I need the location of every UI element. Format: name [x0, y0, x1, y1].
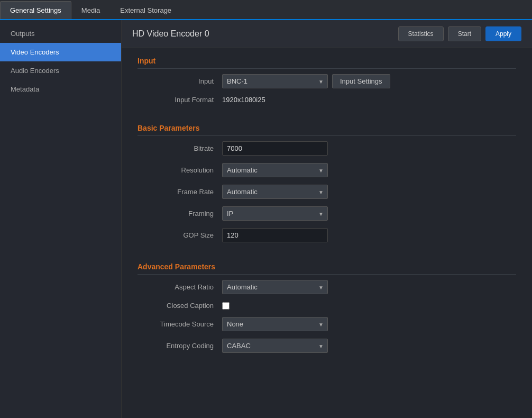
- timecode-source-row: Timecode Source None LTC VITC ▼: [137, 317, 516, 331]
- apply-button[interactable]: Apply: [485, 26, 521, 41]
- input-row: Input BNC-1 BNC-2 SDI-1 SDI-2 ▼ Input Se…: [137, 74, 516, 88]
- content-header: HD Video Encoder 0 Statistics Start Appl…: [122, 20, 532, 48]
- tab-general-settings[interactable]: General Settings: [0, 1, 71, 19]
- entropy-coding-row: Entropy Coding CABAC CAVLC ▼: [137, 339, 516, 353]
- statistics-button[interactable]: Statistics: [398, 26, 444, 41]
- framing-select-wrapper: IP IBP IBBBP ▼: [222, 206, 328, 221]
- resolution-label: Resolution: [137, 166, 222, 174]
- input-section-title: Input: [137, 57, 516, 69]
- bitrate-input[interactable]: [222, 141, 328, 156]
- frame-rate-select-wrapper: Automatic 25 30 50 60 ▼: [222, 185, 328, 199]
- frame-rate-label: Frame Rate: [137, 188, 222, 196]
- gop-size-input[interactable]: [222, 228, 328, 242]
- page-title: HD Video Encoder 0: [132, 29, 394, 39]
- entropy-coding-select[interactable]: CABAC CAVLC: [222, 339, 328, 353]
- closed-caption-control: [222, 302, 328, 310]
- input-select[interactable]: BNC-1 BNC-2 SDI-1 SDI-2: [222, 74, 328, 88]
- framing-label: Framing: [137, 210, 222, 217]
- sidebar-item-metadata[interactable]: Metadata: [0, 80, 121, 98]
- input-format-row: Input Format 1920x1080i25: [137, 96, 516, 104]
- advanced-parameters-section: Advanced Parameters Aspect Ratio Automat…: [122, 254, 532, 365]
- tab-external-storage[interactable]: External Storage: [110, 1, 181, 19]
- gop-size-row: GOP Size: [137, 228, 516, 242]
- resolution-select[interactable]: Automatic 1920x1080 1280x720 720x576: [222, 163, 328, 177]
- framing-select[interactable]: IP IBP IBBBP: [222, 206, 328, 221]
- resolution-select-wrapper: Automatic 1920x1080 1280x720 720x576 ▼: [222, 163, 328, 177]
- input-format-label: Input Format: [137, 96, 222, 104]
- frame-rate-select[interactable]: Automatic 25 30 50 60: [222, 185, 328, 199]
- sidebar-item-video-encoders[interactable]: Video Encoders: [0, 43, 121, 61]
- input-format-display: 1920x1080i25: [222, 96, 265, 104]
- input-select-wrapper: BNC-1 BNC-2 SDI-1 SDI-2 ▼: [222, 74, 328, 88]
- aspect-ratio-select[interactable]: Automatic 4:3 16:9: [222, 280, 328, 294]
- tab-media[interactable]: Media: [71, 1, 110, 19]
- timecode-source-label: Timecode Source: [137, 320, 222, 328]
- content-area: HD Video Encoder 0 Statistics Start Appl…: [122, 20, 532, 418]
- sidebar: Outputs Video Encoders Audio Encoders Me…: [0, 20, 122, 418]
- basic-parameters-title: Basic Parameters: [137, 124, 516, 136]
- sidebar-item-outputs[interactable]: Outputs: [0, 24, 121, 43]
- input-settings-button[interactable]: Input Settings: [332, 74, 390, 88]
- frame-rate-row: Frame Rate Automatic 25 30 50 60 ▼: [137, 185, 516, 199]
- timecode-source-select[interactable]: None LTC VITC: [222, 317, 328, 331]
- main-layout: Outputs Video Encoders Audio Encoders Me…: [0, 20, 532, 418]
- advanced-parameters-title: Advanced Parameters: [137, 262, 516, 275]
- timecode-source-select-wrapper: None LTC VITC ▼: [222, 317, 328, 331]
- gop-size-input-wrapper: [222, 228, 328, 242]
- closed-caption-row: Closed Caption: [137, 302, 516, 310]
- closed-caption-label: Closed Caption: [137, 302, 222, 310]
- sidebar-item-audio-encoders[interactable]: Audio Encoders: [0, 61, 121, 80]
- entropy-coding-select-wrapper: CABAC CAVLC ▼: [222, 339, 328, 353]
- input-format-value: 1920x1080i25: [222, 96, 328, 104]
- start-button[interactable]: Start: [448, 26, 481, 41]
- aspect-ratio-label: Aspect Ratio: [137, 283, 222, 291]
- input-section: Input Input BNC-1 BNC-2 SDI-1 SDI-2 ▼ In…: [122, 48, 532, 115]
- input-label: Input: [137, 77, 222, 85]
- framing-row: Framing IP IBP IBBBP ▼: [137, 206, 516, 221]
- basic-parameters-section: Basic Parameters Bitrate Resolution Auto…: [122, 115, 532, 254]
- top-tab-bar: General Settings Media External Storage: [0, 0, 532, 20]
- entropy-coding-label: Entropy Coding: [137, 342, 222, 350]
- bitrate-label: Bitrate: [137, 144, 222, 152]
- aspect-ratio-row: Aspect Ratio Automatic 4:3 16:9 ▼: [137, 280, 516, 294]
- aspect-ratio-select-wrapper: Automatic 4:3 16:9 ▼: [222, 280, 328, 294]
- bitrate-row: Bitrate: [137, 141, 516, 156]
- gop-size-label: GOP Size: [137, 231, 222, 239]
- bitrate-input-wrapper: [222, 141, 328, 156]
- closed-caption-checkbox[interactable]: [222, 302, 230, 310]
- resolution-row: Resolution Automatic 1920x1080 1280x720 …: [137, 163, 516, 177]
